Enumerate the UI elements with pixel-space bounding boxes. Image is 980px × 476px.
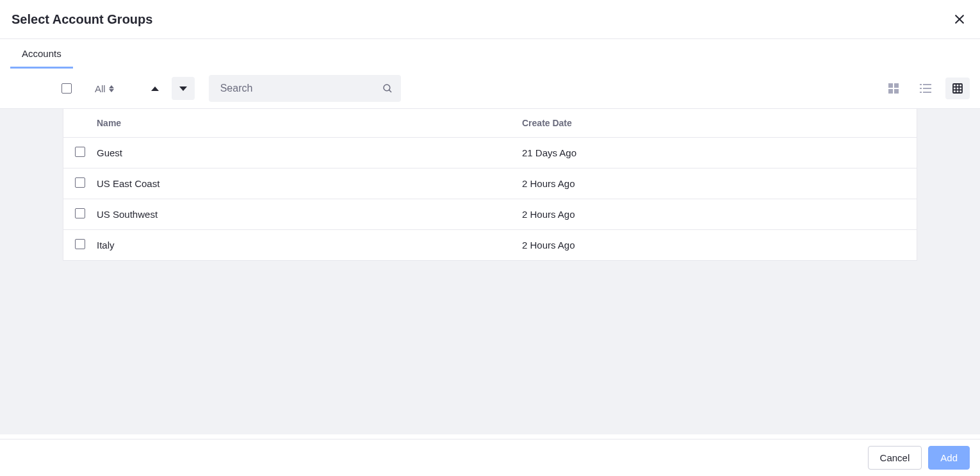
- svg-rect-11: [894, 89, 899, 94]
- table-row[interactable]: US Southwest2 Hours Ago: [63, 199, 917, 230]
- svg-rect-18: [953, 84, 962, 93]
- sort-desc-button[interactable]: [172, 77, 195, 100]
- row-checkbox[interactable]: [75, 208, 85, 218]
- table-header-row: Name Create Date: [63, 109, 917, 138]
- svg-line-7: [389, 90, 391, 92]
- svg-marker-2: [109, 85, 114, 88]
- column-header-create-date[interactable]: Create Date: [512, 109, 917, 138]
- svg-rect-9: [894, 83, 899, 88]
- svg-marker-5: [179, 86, 187, 91]
- search-box[interactable]: [209, 75, 401, 102]
- cancel-button[interactable]: Cancel: [868, 446, 922, 470]
- cards-icon: [888, 83, 899, 94]
- caret-down-icon: [179, 86, 187, 91]
- tab-bar: Accounts: [0, 39, 980, 69]
- search-input[interactable]: [220, 83, 382, 94]
- caret-up-icon: [151, 86, 159, 91]
- filter-dropdown[interactable]: All: [91, 81, 118, 97]
- updown-icon: [109, 85, 114, 92]
- row-create-date: 2 Hours Ago: [512, 230, 917, 261]
- svg-rect-17: [923, 92, 931, 93]
- row-checkbox[interactable]: [75, 147, 85, 157]
- modal-header: Select Account Groups: [0, 0, 980, 39]
- row-create-date: 2 Hours Ago: [512, 168, 917, 199]
- row-name: US Southwest: [97, 199, 512, 230]
- add-button[interactable]: Add: [928, 446, 970, 470]
- row-name: Italy: [97, 230, 512, 261]
- list-icon: [920, 84, 931, 93]
- row-create-date: 2 Hours Ago: [512, 199, 917, 230]
- view-list-button[interactable]: [913, 78, 938, 99]
- svg-rect-16: [920, 92, 922, 93]
- row-checkbox-cell: [63, 168, 97, 199]
- page-title: Select Account Groups: [12, 12, 152, 27]
- table-row[interactable]: US East Coast2 Hours Ago: [63, 168, 917, 199]
- row-create-date: 21 Days Ago: [512, 138, 917, 168]
- select-all-checkbox[interactable]: [61, 83, 72, 94]
- sort-asc-button[interactable]: [143, 77, 167, 100]
- svg-rect-14: [920, 88, 922, 89]
- filter-label: All: [95, 83, 106, 94]
- row-checkbox[interactable]: [75, 239, 85, 249]
- row-name: US East Coast: [97, 168, 512, 199]
- svg-rect-8: [888, 83, 893, 88]
- svg-rect-12: [920, 84, 922, 85]
- content-area: Name Create Date Guest21 Days AgoUS East…: [0, 109, 980, 434]
- view-cards-button[interactable]: [881, 78, 906, 99]
- view-table-button[interactable]: [945, 78, 970, 99]
- svg-rect-13: [923, 84, 931, 85]
- row-name: Guest: [97, 138, 512, 168]
- row-checkbox-cell: [63, 138, 97, 168]
- close-button[interactable]: [951, 10, 968, 28]
- column-header-name[interactable]: Name: [97, 109, 512, 138]
- row-checkbox[interactable]: [75, 177, 85, 188]
- row-checkbox-cell: [63, 230, 97, 261]
- svg-marker-3: [109, 89, 114, 92]
- modal-footer: Cancel Add: [0, 439, 980, 476]
- toolbar-right: [881, 78, 970, 99]
- column-header-select: [63, 109, 97, 138]
- table-row[interactable]: Italy2 Hours Ago: [63, 230, 917, 261]
- table-icon: [952, 83, 963, 94]
- search-icon: [382, 83, 393, 94]
- accounts-table: Name Create Date Guest21 Days AgoUS East…: [63, 109, 917, 260]
- row-checkbox-cell: [63, 199, 97, 230]
- table-row[interactable]: Guest21 Days Ago: [63, 138, 917, 168]
- svg-marker-4: [151, 86, 159, 91]
- toolbar: All: [0, 69, 980, 109]
- svg-point-6: [384, 85, 390, 91]
- svg-rect-15: [923, 88, 931, 89]
- tab-accounts[interactable]: Accounts: [10, 39, 73, 69]
- svg-rect-10: [888, 89, 893, 94]
- accounts-table-container: Name Create Date Guest21 Days AgoUS East…: [63, 109, 917, 261]
- close-icon: [953, 13, 966, 26]
- toolbar-left: All: [61, 75, 401, 102]
